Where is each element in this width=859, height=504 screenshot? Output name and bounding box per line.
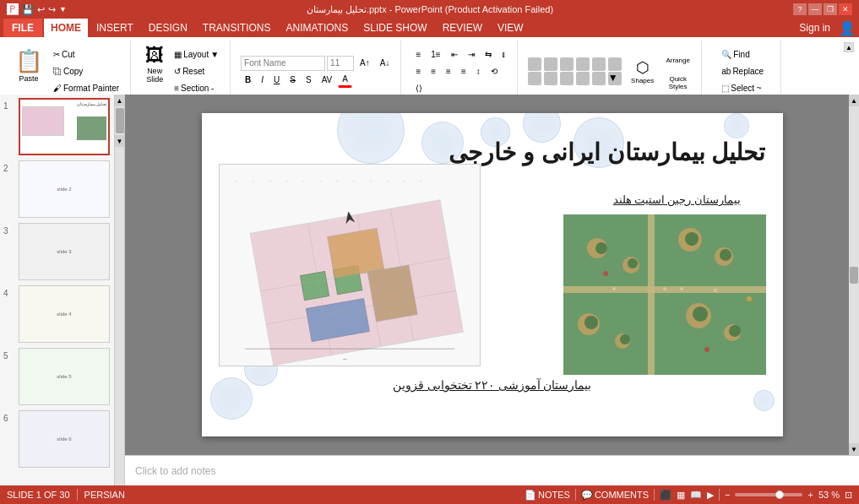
main-scroll-thumb[interactable] — [850, 267, 858, 284]
numbering-button[interactable]: 1≡ — [427, 47, 444, 62]
shape-11[interactable] — [592, 72, 606, 85]
zoom-out-icon[interactable]: − — [725, 490, 730, 500]
slide-thumb-5[interactable]: 5 slide 5 — [3, 348, 121, 405]
view-slide-icon[interactable]: ▦ — [677, 490, 685, 501]
shape-9[interactable] — [560, 72, 574, 85]
text-shadow-button[interactable]: S — [302, 73, 316, 88]
quick-save-icon[interactable]: 💾 — [22, 4, 34, 15]
shape-2[interactable] — [544, 57, 557, 71]
slides-scrollbar[interactable]: ▲ ▼ — [114, 95, 124, 485]
comments-btn[interactable]: 💬 COMMENTS — [581, 490, 649, 501]
font-size-input[interactable] — [327, 56, 354, 71]
shapes-button[interactable]: ⬡ Shapes — [627, 51, 659, 93]
notes-area[interactable]: Click to add notes — [125, 455, 859, 485]
slide-thumb-4[interactable]: 4 slide 4 — [3, 285, 121, 343]
font-name-input[interactable] — [241, 56, 325, 71]
zoom-thumb[interactable] — [775, 490, 784, 499]
decrease-font-button[interactable]: A↓ — [376, 56, 394, 71]
slide-thumb-1[interactable]: 1 تحلیل بیمارستان — [3, 98, 121, 155]
redo-icon[interactable]: ↪ — [48, 4, 56, 15]
tab-view[interactable]: VIEW — [491, 19, 530, 37]
rtl-button[interactable]: ⇆ — [481, 47, 496, 62]
help-button[interactable]: ? — [793, 3, 807, 15]
layout-button[interactable]: ▦ Layout ▼ — [170, 47, 223, 62]
new-slide-button[interactable]: 🖼 NewSlide — [141, 42, 168, 86]
slide-img-2[interactable]: slide 2 — [19, 160, 110, 218]
tab-design[interactable]: DESIGN — [142, 19, 194, 37]
tab-insert[interactable]: INSERT — [90, 19, 140, 37]
file-menu[interactable]: FILE — [3, 19, 42, 37]
slide-img-5[interactable]: slide 5 — [19, 348, 110, 405]
decrease-indent-button[interactable]: ⇤ — [447, 47, 462, 62]
slide-img-4[interactable]: slide 4 — [19, 285, 110, 343]
italic-button[interactable]: I — [257, 73, 268, 88]
strikethrough-button[interactable]: S — [285, 73, 300, 88]
tab-review[interactable]: REVIEW — [436, 19, 489, 37]
undo-icon[interactable]: ↩ — [37, 4, 45, 15]
section-button[interactable]: ≡ Section - — [170, 81, 223, 96]
justify-button[interactable]: ≡ — [457, 64, 470, 79]
format-painter-button[interactable]: 🖌 Format Painter — [49, 81, 123, 96]
columns-button[interactable]: ⫾ — [497, 47, 510, 62]
shape-expand[interactable]: ▼ — [608, 72, 622, 85]
shape-1[interactable] — [528, 57, 541, 71]
shape-4[interactable] — [576, 57, 590, 71]
main-scroll-down[interactable]: ▼ — [849, 443, 859, 455]
view-slideshow-icon[interactable]: ▶ — [707, 490, 714, 501]
shape-8[interactable] — [544, 72, 557, 85]
notes-btn[interactable]: 📄 NOTES — [525, 490, 570, 501]
cut-button[interactable]: ✂ Cut — [49, 47, 123, 62]
quick-styles-button[interactable]: Quick Styles — [662, 73, 694, 93]
scroll-down-btn[interactable]: ▼ — [115, 135, 125, 147]
slide-img-1[interactable]: تحلیل بیمارستان — [19, 98, 110, 155]
bold-button[interactable]: B — [241, 73, 255, 88]
slide-thumb-3[interactable]: 3 slide 3 — [3, 223, 121, 280]
minimize-button[interactable]: — — [808, 3, 822, 15]
copy-button[interactable]: ⿻ Copy — [49, 64, 123, 79]
customize-icon[interactable]: ▼ — [59, 5, 67, 14]
shape-5[interactable] — [592, 57, 606, 71]
shape-10[interactable] — [576, 72, 590, 85]
char-spacing-button[interactable]: AV — [318, 73, 337, 88]
zoom-in-icon[interactable]: + — [807, 490, 813, 500]
increase-font-button[interactable]: A↑ — [356, 56, 374, 71]
line-spacing-button[interactable]: ↕ — [472, 64, 485, 79]
text-direction-button[interactable]: ⟲ — [487, 64, 502, 79]
shape-6[interactable] — [608, 57, 622, 71]
restore-button[interactable]: ❐ — [824, 3, 837, 15]
paste-button[interactable]: 📋 Paste — [10, 42, 47, 88]
align-left-button[interactable]: ≡ — [411, 64, 425, 79]
find-button[interactable]: 🔍 Find — [717, 47, 768, 62]
tab-animations[interactable]: ANIMATIONS — [279, 19, 355, 37]
fit-slide-icon[interactable]: ⊡ — [845, 490, 852, 501]
reset-button[interactable]: ↺ Reset — [170, 64, 223, 79]
arrange-button[interactable]: Arrange — [662, 51, 694, 71]
slide-img-3[interactable]: slide 3 — [19, 223, 110, 280]
slide-img-6[interactable]: slide 6 — [19, 410, 110, 468]
increase-indent-button[interactable]: ⇥ — [464, 47, 479, 62]
shape-3[interactable] — [560, 57, 574, 71]
convert-smartart-button[interactable]: ⟨⟩ — [411, 81, 427, 96]
shape-7[interactable] — [528, 72, 541, 85]
view-reading-icon[interactable]: 📖 — [690, 490, 702, 501]
align-right-button[interactable]: ≡ — [442, 64, 455, 79]
slide-thumb-6[interactable]: 6 slide 6 — [3, 410, 121, 468]
select-button[interactable]: ⬚ Select ~ — [717, 81, 768, 96]
align-center-button[interactable]: ≡ — [427, 64, 440, 79]
main-vscrollbar[interactable]: ▲ ▼ — [849, 95, 859, 455]
slides-scroll[interactable]: 1 تحلیل بیمارستان 2 slide 2 — [0, 95, 124, 485]
underline-button[interactable]: U — [269, 73, 284, 88]
ribbon-collapse-button[interactable]: ▲ — [844, 42, 854, 52]
font-color-button[interactable]: A — [338, 73, 352, 88]
tab-transitions[interactable]: TRANSITIONS — [196, 19, 278, 37]
main-scroll-up[interactable]: ▲ — [849, 95, 859, 106]
bullets-button[interactable]: ≡ — [411, 47, 425, 62]
scroll-thumb[interactable] — [116, 108, 124, 133]
slide-thumb-2[interactable]: 2 slide 2 — [3, 160, 121, 218]
scroll-up-btn[interactable]: ▲ — [115, 95, 125, 106]
zoom-slider[interactable] — [735, 493, 802, 496]
replace-button[interactable]: ab Replace — [717, 64, 768, 79]
close-button[interactable]: ✕ — [839, 3, 852, 15]
view-normal-icon[interactable]: ⬛ — [660, 490, 671, 501]
tab-slideshow[interactable]: SLIDE SHOW — [356, 19, 433, 37]
